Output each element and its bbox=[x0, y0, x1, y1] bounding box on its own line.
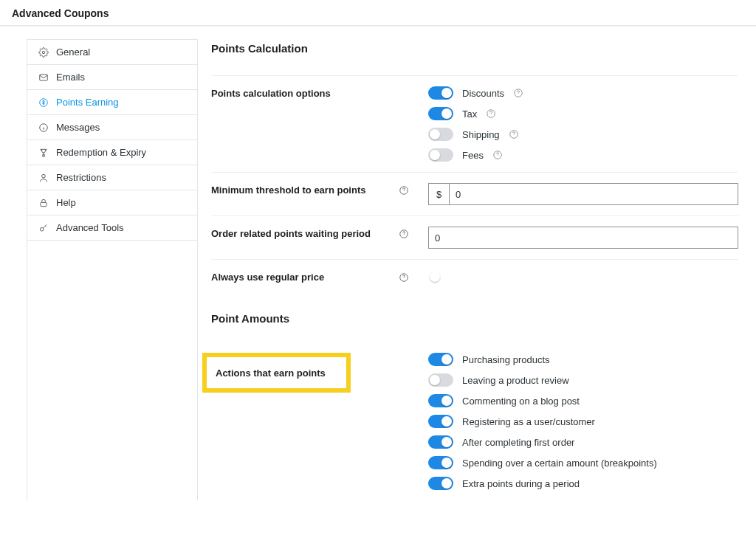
action-option-6-label: Extra points during a period bbox=[462, 478, 580, 489]
action-option-3-toggle[interactable] bbox=[428, 415, 453, 428]
sidebar-item-label: Advanced Tools bbox=[56, 222, 124, 233]
sidebar-item-label: Redemption & Expiry bbox=[56, 147, 146, 158]
sidebar-item-general[interactable]: General bbox=[27, 40, 197, 65]
calc-option-3-toggle[interactable] bbox=[428, 148, 453, 162]
help-icon[interactable] bbox=[399, 227, 410, 242]
dollar-icon bbox=[38, 97, 49, 108]
action-option-0-toggle[interactable] bbox=[428, 353, 453, 366]
sidebar-item-advanced-tools[interactable]: Advanced Tools bbox=[27, 215, 197, 241]
action-option-2-toggle[interactable] bbox=[428, 394, 453, 407]
sidebar-item-redemption[interactable]: Redemption & Expiry bbox=[27, 140, 197, 165]
sidebar-item-label: General bbox=[56, 46, 90, 58]
page-title: Advanced Coupons bbox=[0, 0, 756, 25]
action-option-4-label: After completing first order bbox=[462, 437, 574, 448]
calc-option-0-toggle[interactable] bbox=[428, 86, 453, 100]
action-option-1-label: Leaving a product review bbox=[462, 375, 569, 386]
actions-label-highlight: Actions that earn points bbox=[202, 353, 351, 393]
waiting-period-input[interactable] bbox=[428, 227, 738, 249]
min-threshold-input[interactable] bbox=[449, 183, 738, 205]
action-option-6-toggle[interactable] bbox=[428, 477, 453, 490]
trophy-icon bbox=[38, 147, 49, 158]
help-icon[interactable] bbox=[513, 88, 523, 98]
action-option-3-label: Registering as a user/customer bbox=[462, 416, 595, 427]
spacer bbox=[399, 86, 410, 89]
sidebar-item-label: Help bbox=[56, 197, 76, 208]
sidebar-item-messages[interactable]: Messages bbox=[27, 115, 197, 140]
calc-option-1-toggle[interactable] bbox=[428, 107, 453, 120]
calc-option-2-label: Shipping bbox=[462, 129, 500, 140]
user-icon bbox=[38, 172, 49, 183]
action-option-2-label: Commenting on a blog post bbox=[462, 396, 580, 407]
points-calculation-heading: Points Calculation bbox=[211, 42, 738, 55]
lock-icon bbox=[38, 197, 49, 208]
actions-label: Actions that earn points bbox=[216, 366, 326, 379]
help-icon[interactable] bbox=[509, 129, 519, 139]
regular-price-label: Always use regular price bbox=[211, 270, 381, 283]
waiting-period-label: Order related points waiting period bbox=[211, 227, 381, 239]
currency-prefix: $ bbox=[428, 183, 449, 205]
point-amounts-heading: Point Amounts bbox=[211, 312, 738, 325]
settings-sidebar: General Emails Points Earning Messages R… bbox=[27, 39, 198, 500]
calc-option-1-label: Tax bbox=[462, 108, 477, 120]
sidebar-item-label: Emails bbox=[56, 72, 85, 83]
help-icon[interactable] bbox=[492, 150, 503, 160]
sidebar-item-label: Messages bbox=[56, 122, 100, 133]
info-icon bbox=[38, 122, 49, 133]
sidebar-item-restrictions[interactable]: Restrictions bbox=[27, 165, 197, 190]
min-threshold-label: Minimum threshold to earn points bbox=[211, 183, 381, 196]
sidebar-item-label: Restrictions bbox=[56, 172, 106, 183]
spacer bbox=[399, 353, 410, 355]
help-icon[interactable] bbox=[399, 270, 410, 286]
calc-options-label: Points calculation options bbox=[211, 86, 381, 99]
help-icon[interactable] bbox=[399, 183, 410, 199]
main-content: Points Calculation Points calculation op… bbox=[198, 39, 756, 500]
mail-icon bbox=[38, 72, 49, 83]
action-option-5-label: Spending over a certain amount (breakpoi… bbox=[462, 458, 657, 469]
key-icon bbox=[38, 222, 49, 233]
action-option-5-toggle[interactable] bbox=[428, 456, 453, 469]
sidebar-item-help[interactable]: Help bbox=[27, 190, 197, 215]
calc-option-3-label: Fees bbox=[462, 150, 484, 161]
gear-icon bbox=[38, 46, 49, 58]
action-option-0-label: Purchasing products bbox=[462, 354, 550, 365]
calc-option-2-toggle[interactable] bbox=[428, 128, 453, 141]
sidebar-item-emails[interactable]: Emails bbox=[27, 65, 197, 90]
action-option-4-toggle[interactable] bbox=[428, 435, 453, 449]
help-icon[interactable] bbox=[486, 108, 496, 119]
action-option-1-toggle[interactable] bbox=[428, 373, 453, 387]
calc-option-0-label: Discounts bbox=[462, 88, 504, 99]
sidebar-item-label: Points Earning bbox=[56, 97, 119, 108]
sidebar-item-points-earning[interactable]: Points Earning bbox=[27, 90, 197, 115]
